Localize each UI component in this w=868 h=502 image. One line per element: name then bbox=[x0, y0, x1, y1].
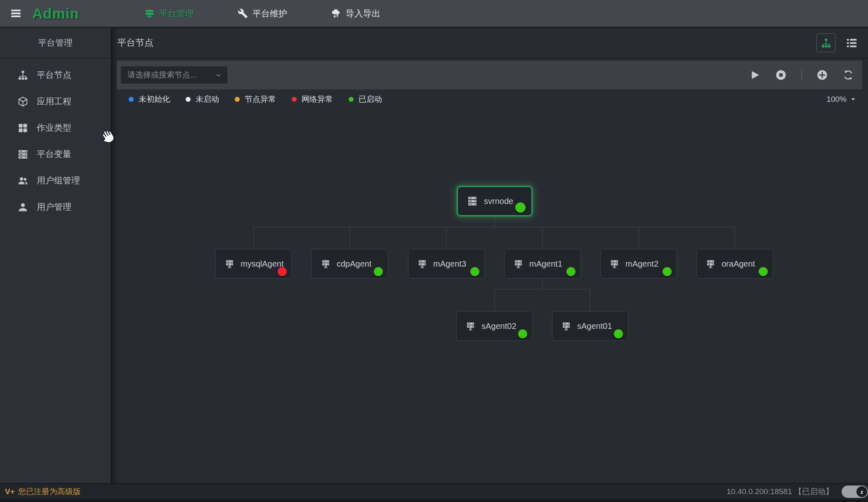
tree-node-oraAgent[interactable]: oraAgent bbox=[696, 249, 773, 279]
hamburger-menu-icon[interactable] bbox=[10, 8, 21, 19]
legend-label: 未初始化 bbox=[139, 94, 170, 105]
dark-mode-toggle[interactable]: z bbox=[842, 486, 868, 498]
grid-icon bbox=[17, 122, 28, 134]
legend-item: 未启动 bbox=[186, 94, 219, 105]
server-icon bbox=[17, 149, 28, 160]
sidebar-header: 平台管理 bbox=[0, 28, 111, 59]
node-status-dot bbox=[470, 267, 479, 276]
sidebar-item-user-groups[interactable]: 用户组管理 bbox=[0, 167, 111, 194]
sidebar-item-job-types[interactable]: 作业类型 bbox=[0, 115, 111, 141]
tree-node-label: mAgent3 bbox=[433, 259, 466, 269]
status-legend: 未初始化 未启动 节点异常 网络异常 已启动 bbox=[129, 94, 382, 105]
node-status-dot bbox=[518, 329, 527, 338]
node-status-dot bbox=[278, 267, 287, 276]
node-status-dot bbox=[614, 329, 623, 338]
server-small-icon bbox=[561, 321, 572, 332]
nav-item-platform-management[interactable]: 平台管理 bbox=[144, 8, 194, 19]
tree-node-mysqlAgent[interactable]: mysqlAgent bbox=[215, 249, 292, 279]
tree-view-icon bbox=[821, 38, 832, 49]
tree-node-sAgent01[interactable]: sAgent01 bbox=[552, 311, 628, 341]
node-status-dot bbox=[759, 267, 768, 276]
statusbar-right: 10.40.0.200:18581 【已启动】 z bbox=[726, 486, 868, 498]
server-small-icon bbox=[705, 258, 716, 270]
tree-canvas: svrnode mysqlAgent cdpAgent mAgent3 mAge… bbox=[111, 109, 868, 483]
statusbar: V+ 您已注册为高级版 10.40.0.200:18581 【已启动】 z bbox=[0, 483, 868, 500]
import-export-icon bbox=[331, 8, 341, 19]
nav-item-label: 平台维护 bbox=[252, 8, 287, 19]
refresh-icon bbox=[842, 69, 854, 81]
legend-item: 未初始化 bbox=[129, 94, 170, 105]
nav-item-import-export[interactable]: 导入导出 bbox=[331, 8, 380, 19]
legend-item: 网络异常 bbox=[292, 94, 333, 105]
legend-label: 已启动 bbox=[359, 94, 382, 105]
server-small-icon bbox=[513, 258, 524, 270]
toolbar-actions bbox=[749, 69, 854, 81]
list-view-button[interactable] bbox=[845, 37, 858, 49]
server-small-icon bbox=[417, 258, 428, 270]
nav-item-label: 平台管理 bbox=[159, 8, 194, 19]
sidebar-item-platform-nodes[interactable]: 平台节点 bbox=[0, 62, 111, 88]
node-status-dot bbox=[566, 267, 576, 276]
zoom-level-value: 100% bbox=[826, 95, 847, 104]
tree-node-label: oraAgent bbox=[722, 259, 755, 269]
server-address: 10.40.0.200:18581 【已启动】 bbox=[726, 486, 833, 497]
registration-text: 您已注册为高级版 bbox=[18, 486, 81, 497]
toolbar-divider bbox=[801, 70, 802, 80]
server-small-icon bbox=[320, 258, 331, 270]
tree-node-label: mAgent2 bbox=[625, 259, 658, 269]
stop-icon bbox=[775, 69, 787, 81]
registration-notice: V+ 您已注册为高级版 bbox=[5, 486, 81, 497]
view-toggles bbox=[816, 33, 858, 52]
tree-node-label: sAgent02 bbox=[481, 321, 517, 331]
node-select[interactable]: 请选择或搜索节点... bbox=[121, 66, 227, 84]
node-status-dot bbox=[663, 267, 672, 276]
sleep-z-label: z bbox=[861, 489, 863, 495]
sidebar-item-label: 应用工程 bbox=[37, 96, 71, 107]
start-node-button[interactable] bbox=[749, 69, 761, 81]
server-small-icon bbox=[465, 321, 476, 332]
refresh-button[interactable] bbox=[842, 69, 854, 81]
page-title: 平台节点 bbox=[117, 37, 153, 49]
version-badge: V+ bbox=[5, 487, 15, 496]
tree-node-mAgent1[interactable]: mAgent1 bbox=[504, 249, 581, 279]
legend-label: 网络异常 bbox=[302, 94, 333, 105]
list-view-icon bbox=[845, 37, 858, 49]
sidebar-item-app-projects[interactable]: 应用工程 bbox=[0, 88, 111, 115]
tree-view-button[interactable] bbox=[816, 33, 835, 52]
sidebar-menu: 平台节点 应用工程 作业类型 平台变量 用户组管理 用户管理 bbox=[0, 59, 111, 220]
stop-node-button[interactable] bbox=[775, 69, 787, 81]
sidebar-item-users[interactable]: 用户管理 bbox=[0, 194, 111, 220]
tree-node-label: sAgent01 bbox=[577, 321, 612, 331]
tree-node-cdpAgent[interactable]: cdpAgent bbox=[311, 249, 388, 279]
tree-node-sAgent02[interactable]: sAgent02 bbox=[456, 311, 533, 341]
legend-dot bbox=[349, 97, 354, 102]
tree-node-label: cdpAgent bbox=[337, 259, 372, 269]
chevron-down-icon bbox=[215, 71, 222, 79]
tree-node-label: mAgent1 bbox=[529, 259, 562, 269]
legend-dot bbox=[129, 97, 134, 102]
sidebar-item-platform-variables[interactable]: 平台变量 bbox=[0, 141, 111, 167]
bottom-strip bbox=[0, 500, 868, 502]
legend-dot bbox=[292, 97, 297, 102]
plus-circle-icon bbox=[816, 69, 828, 81]
caret-down-icon bbox=[850, 96, 856, 102]
node-status-dot bbox=[515, 202, 526, 213]
play-icon bbox=[749, 69, 761, 81]
legend-label: 节点异常 bbox=[245, 94, 276, 105]
sidebar-item-label: 作业类型 bbox=[37, 122, 71, 134]
topbar-nav: 平台管理 平台维护 导入导出 bbox=[144, 8, 380, 19]
tree-node-svrnode[interactable]: svrnode bbox=[457, 186, 532, 216]
sitemap-icon bbox=[17, 70, 28, 81]
tree-connectors bbox=[111, 109, 868, 483]
nav-item-platform-maintenance[interactable]: 平台维护 bbox=[238, 8, 287, 19]
zoom-level-control[interactable]: 100% bbox=[826, 95, 856, 104]
tree-node-mAgent3[interactable]: mAgent3 bbox=[408, 249, 485, 279]
tree-node-label: svrnode bbox=[484, 197, 513, 206]
tree-node-mAgent2[interactable]: mAgent2 bbox=[600, 249, 677, 279]
legend-item: 节点异常 bbox=[235, 94, 276, 105]
tree-node-label: mysqlAgent bbox=[241, 259, 284, 269]
add-node-button[interactable] bbox=[816, 69, 828, 81]
moon-icon: z bbox=[856, 486, 867, 497]
page-header: 平台节点 bbox=[111, 28, 868, 59]
users-icon bbox=[17, 175, 28, 186]
